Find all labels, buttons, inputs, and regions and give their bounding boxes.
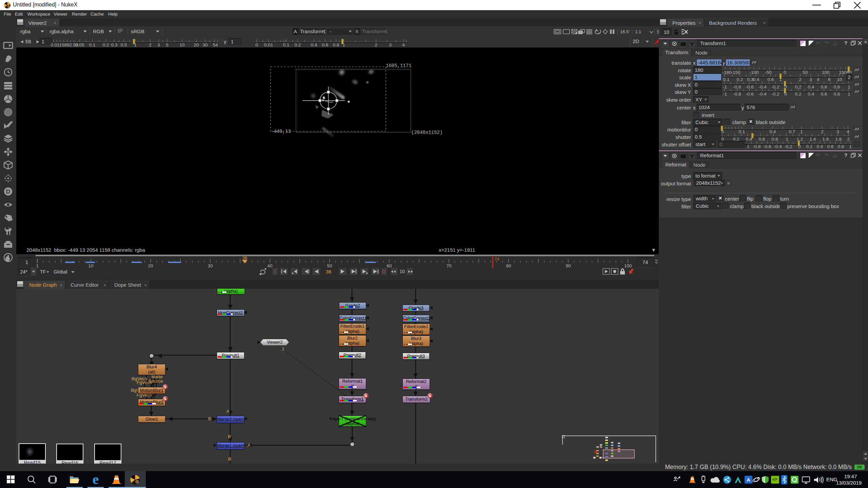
svg-text:3: 3: [157, 42, 160, 47]
svg-text:0.8: 0.8: [838, 144, 844, 149]
svg-text:-1: -1: [745, 144, 749, 149]
svg-text:0.2: 0.2: [806, 144, 813, 149]
svg-text:0.6: 0.6: [821, 92, 827, 97]
svg-text:0.6: 0.6: [827, 144, 834, 149]
svg-text:0.01: 0.01: [264, 42, 273, 47]
svg-text:0.5: 0.5: [121, 42, 127, 47]
svg-text:0.05: 0.05: [75, 42, 84, 47]
svg-text:16.5': 16.5': [620, 29, 630, 34]
svg-text:80: 80: [506, 263, 511, 268]
svg-text:20: 20: [194, 42, 199, 47]
svg-text:I: I: [274, 269, 276, 274]
svg-text:FgVecs: FgVecs: [137, 392, 152, 398]
svg-text:B: B: [208, 416, 211, 421]
svg-text:B: B: [228, 456, 231, 462]
svg-text:B: B: [228, 434, 231, 439]
svg-text:0.8: 0.8: [333, 42, 339, 47]
svg-text:70: 70: [446, 263, 451, 268]
svg-text:30: 30: [208, 263, 213, 268]
svg-text:10: 10: [179, 42, 184, 47]
svg-text:-0.4: -0.4: [758, 92, 767, 97]
svg-text:-0.2: -0.2: [771, 92, 779, 97]
svg-text:-0.6: -0.6: [746, 92, 753, 97]
svg-text:90: 90: [566, 263, 571, 268]
svg-text:1: 1: [134, 42, 137, 47]
svg-text:36: 36: [326, 269, 332, 274]
svg-text:-0.6: -0.6: [763, 144, 771, 149]
svg-text:0: 0: [784, 92, 787, 97]
svg-text:5: 5: [166, 42, 169, 47]
svg-text:A: A: [226, 409, 230, 414]
svg-text:2: 2: [375, 42, 377, 47]
svg-text:-0.8: -0.8: [753, 144, 761, 149]
svg-text:36: 36: [242, 256, 247, 261]
svg-text:0.1: 0.1: [89, 42, 96, 47]
svg-text:A: A: [747, 477, 750, 483]
svg-text:1:1: 1:1: [635, 29, 641, 34]
svg-text:Source: Source: [149, 379, 163, 384]
svg-text:20: 20: [148, 263, 153, 268]
svg-text:0.2: 0.2: [295, 42, 301, 47]
svg-text:1: 1: [849, 144, 852, 149]
svg-text:0.4: 0.4: [817, 144, 823, 149]
svg-text:30: 30: [202, 42, 208, 47]
svg-text:0.2: 0.2: [103, 42, 109, 47]
svg-text:BgVecs: BgVecs: [131, 388, 146, 393]
svg-text:0.6: 0.6: [322, 42, 329, 47]
svg-text:Matte: Matte: [151, 374, 163, 379]
svg-text:10: 10: [399, 269, 405, 274]
svg-text:-0.2: -0.2: [784, 144, 792, 149]
svg-text:2: 2: [149, 42, 152, 47]
svg-text:0.4: 0.4: [808, 92, 814, 97]
svg-text:10: 10: [88, 263, 93, 268]
svg-text:0: 0: [255, 42, 258, 47]
svg-text:O: O: [382, 269, 386, 274]
svg-text:0.0115892.53: 0.0115892.53: [51, 42, 78, 47]
svg-text:0.1: 0.1: [283, 42, 290, 47]
svg-text:74: 74: [494, 257, 499, 262]
svg-text:0.8: 0.8: [834, 92, 840, 97]
svg-text:A: A: [248, 443, 251, 448]
svg-text:-1: -1: [723, 92, 727, 97]
svg-text:0.3: 0.3: [111, 42, 118, 47]
svg-text:1: 1: [848, 92, 850, 97]
svg-text:0: 0: [798, 144, 801, 149]
svg-text:0.4: 0.4: [311, 42, 317, 47]
svg-text:D: D: [6, 188, 10, 195]
svg-text:-0.4: -0.4: [774, 144, 782, 149]
svg-text:4: 4: [402, 42, 405, 47]
svg-text:1: 1: [342, 42, 345, 47]
svg-text:3: 3: [389, 42, 392, 47]
svg-text:1: 1: [282, 346, 284, 351]
svg-text:-0.8: -0.8: [733, 92, 741, 97]
svg-text:0.2: 0.2: [795, 92, 802, 97]
svg-text:54: 54: [213, 42, 218, 47]
